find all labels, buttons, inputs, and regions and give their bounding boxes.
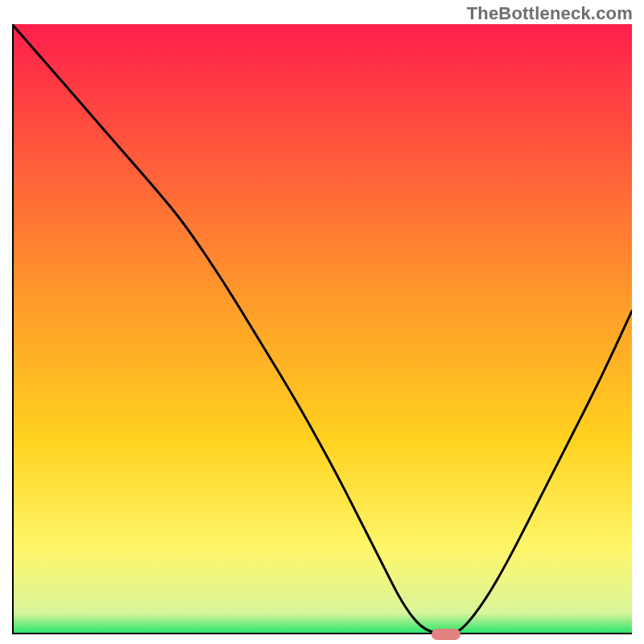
optimal-marker — [431, 629, 460, 640]
chart-container: TheBottleneck.com — [0, 0, 644, 644]
axes — [12, 24, 632, 634]
watermark-text: TheBottleneck.com — [467, 3, 633, 24]
